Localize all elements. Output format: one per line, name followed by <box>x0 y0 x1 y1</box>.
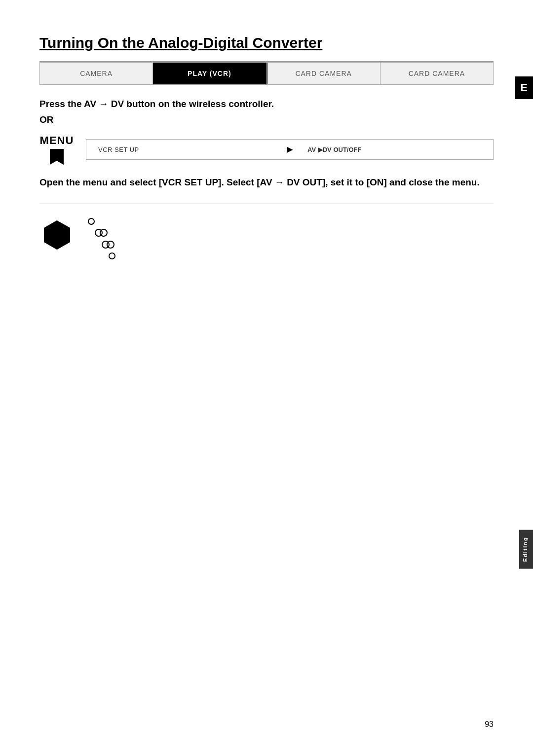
menu-box-arrow: ▶ <box>284 145 296 154</box>
menu-box-vcr-setup: VCR SET UP <box>86 146 284 153</box>
double-circle-icon <box>102 241 114 249</box>
menu-bookmark-icon <box>50 149 64 165</box>
tab-play-vcr[interactable]: PLAY (VCR) <box>153 63 266 84</box>
list-item <box>109 252 120 259</box>
bullet-list <box>88 216 120 259</box>
list-item <box>88 218 120 225</box>
menu-icon-block: MENU <box>39 134 74 165</box>
editing-tab: Editing <box>519 530 533 569</box>
svg-marker-0 <box>44 221 70 249</box>
open-instruction: Open the menu and select [VCR SET UP]. S… <box>39 176 494 190</box>
tab-card-camera-1[interactable]: CARD CAMERA <box>267 63 381 84</box>
page-number: 93 <box>485 720 494 729</box>
section-divider <box>39 204 494 204</box>
or-text: OR <box>39 114 494 125</box>
double-circle-icon <box>95 229 108 237</box>
tab-card-camera-2[interactable]: CARD CAMERA <box>381 63 493 84</box>
press-instruction: Press the AV → DV button on the wireless… <box>39 99 494 109</box>
menu-label: MENU <box>40 134 74 147</box>
circle-icon <box>109 252 115 259</box>
icon-list-row <box>39 216 494 259</box>
list-item <box>102 241 120 249</box>
page-title: Turning On the Analog-Digital Converter <box>39 35 494 51</box>
e-tab: E <box>515 76 533 99</box>
circle-icon <box>88 218 95 225</box>
menu-row: MENU VCR SET UP ▶ AV ▶DV OUT/OFF <box>39 134 494 165</box>
menu-box-av-dv: AV ▶DV OUT/OFF <box>296 146 493 153</box>
tab-camera[interactable]: CAMERA <box>40 63 153 84</box>
list-item <box>95 229 120 237</box>
menu-box: VCR SET UP ▶ AV ▶DV OUT/OFF <box>86 139 494 160</box>
hexagon-icon <box>39 218 74 252</box>
tab-bar: CAMERA PLAY (VCR) CARD CAMERA CARD CAMER… <box>39 62 494 85</box>
